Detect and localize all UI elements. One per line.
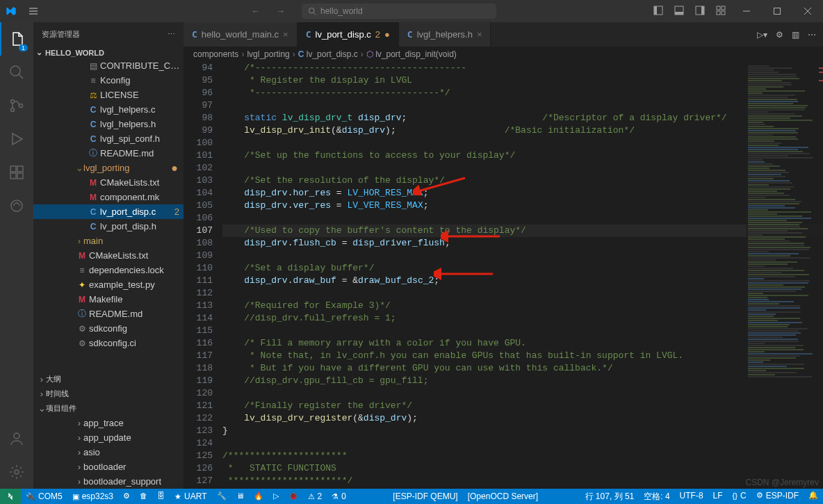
section-大纲[interactable]: ›大纲: [33, 372, 184, 387]
code-content[interactable]: /*--------------------------------------…: [222, 62, 823, 489]
explorer-sidebar: 资源管理器 ⋯ ⌄ HELLO_WORLD ▤CONTRIBUTE_CONTRO…: [33, 22, 184, 489]
file-dependencies.lock[interactable]: ≡dependencies.lock: [33, 263, 184, 277]
status-[ESP-IDF QEMU][interactable]: [ESP-IDF QEMU]: [388, 491, 462, 501]
status-UTF-8[interactable]: UTF-8: [675, 491, 708, 501]
status-ESP-IDF[interactable]: ⚙ESP-IDF: [751, 491, 804, 501]
file-example_test.py[interactable]: ✦example_test.py: [33, 277, 184, 292]
breadcrumb-components[interactable]: components: [193, 49, 238, 59]
section-项目组件[interactable]: ⌄项目组件: [33, 401, 184, 416]
file-CMakeLists.txt[interactable]: MCMakeLists.txt: [33, 248, 184, 263]
file-Makefile[interactable]: MMakefile: [33, 292, 184, 307]
espressif-tab[interactable]: [0, 189, 33, 222]
vscode-icon: [0, 6, 22, 17]
sidebar-more-icon[interactable]: ⋯: [168, 30, 175, 39]
svg-rect-24: [17, 173, 23, 179]
gear-icon[interactable]: ⚙: [776, 30, 783, 40]
watermark: CSDN @Jeremyrev: [745, 478, 819, 487]
status-esp32s3[interactable]: ▣esp32s3: [67, 491, 118, 501]
status-COM5[interactable]: 🔌COM5: [21, 491, 67, 501]
file-lvgl_spi_conf.h[interactable]: Clvgl_spi_conf.h: [33, 131, 184, 146]
component-app_trace[interactable]: ›app_trace: [33, 416, 184, 430]
status-wrench[interactable]: 🔧: [212, 491, 231, 501]
source-control-tab[interactable]: [0, 89, 33, 122]
file-component.mk[interactable]: Mcomponent.mk: [33, 190, 184, 204]
minimap[interactable]: [747, 62, 823, 489]
project-root[interactable]: ⌄ HELLO_WORLD: [33, 47, 184, 58]
sidebar-title: 资源管理器: [42, 29, 80, 40]
file-CMakeLists.txt[interactable]: MCMakeLists.txt: [33, 175, 184, 190]
section-时间线[interactable]: ›时间线: [33, 387, 184, 401]
explorer-tab[interactable]: 1: [0, 22, 33, 56]
nav-forward-button[interactable]: →: [271, 3, 291, 19]
file-README.md[interactable]: ⓘREADME.md: [33, 307, 184, 321]
svg-point-19: [11, 108, 15, 112]
layout-toggle-2[interactable]: [669, 1, 690, 22]
status-空格: 4[interactable]: 空格: 4: [639, 491, 674, 503]
status-2[interactable]: ⚠2: [303, 491, 327, 501]
run-debug-tab[interactable]: [0, 122, 33, 156]
svg-rect-22: [17, 166, 23, 172]
code-area[interactable]: 9495969798991001011021031041051061071081…: [184, 62, 823, 489]
svg-point-26: [15, 470, 19, 474]
svg-rect-13: [774, 8, 781, 15]
file-Kconfig[interactable]: ≡Kconfig: [33, 73, 184, 88]
status-flame[interactable]: 🔥: [249, 491, 268, 501]
status-bar: 🔌COM5▣esp32s3⚙🗑🗄★UART🔧🖥🔥▷🐞⚠2⚗0 [ESP-IDF …: [0, 489, 823, 504]
status-gear[interactable]: ⚙: [118, 491, 135, 501]
file-lv_port_disp.h[interactable]: Clv_port_disp.h: [33, 219, 184, 234]
tab-hello_world_main.c[interactable]: Chello_world_main.c×: [184, 22, 298, 47]
file-lvgl_helpers.c[interactable]: Clvgl_helpers.c: [33, 102, 184, 117]
command-search[interactable]: hello_world: [302, 3, 496, 19]
folder-lvgl_porting[interactable]: ⌄lvgl_porting●: [33, 161, 184, 175]
status-monitor[interactable]: 🖥: [231, 491, 249, 500]
component-bootloader[interactable]: ›bootloader: [33, 460, 184, 474]
svg-line-17: [19, 74, 23, 79]
status-C[interactable]: {}C: [728, 491, 751, 501]
layout-toggle-1[interactable]: [648, 1, 669, 22]
status-0[interactable]: ⚗0: [327, 491, 351, 501]
status-bell[interactable]: 🔔: [804, 491, 823, 500]
component-asio[interactable]: ›asio: [33, 445, 184, 460]
status-UART[interactable]: ★UART: [170, 491, 211, 501]
file-sdkconfig[interactable]: ⚙sdkconfig: [33, 321, 184, 336]
file-sdkconfig.ci[interactable]: ⚙sdkconfig.ci: [33, 336, 184, 350]
file-README.md[interactable]: ⓘREADME.md: [33, 146, 184, 161]
breadcrumb-lv_port_disp.c[interactable]: C lv_port_disp.c: [298, 49, 358, 59]
file-lv_port_disp.c[interactable]: Clv_port_disp.c2: [33, 204, 184, 219]
layout-toggle-3[interactable]: [690, 1, 710, 22]
status-db[interactable]: 🗄: [152, 491, 170, 500]
file-LICENSE[interactable]: ⚖LICENSE: [33, 88, 184, 102]
search-tab[interactable]: [0, 56, 33, 89]
window-close[interactable]: [792, 0, 823, 22]
folder-main[interactable]: ›main: [33, 234, 184, 248]
status-run[interactable]: ▷: [268, 491, 284, 501]
run-icon[interactable]: ▷▾: [757, 30, 767, 40]
breadcrumb[interactable]: components›lvgl_porting›C lv_port_disp.c…: [184, 47, 823, 62]
main-menu-button[interactable]: [22, 6, 44, 17]
accounts-button[interactable]: [0, 422, 33, 455]
more-icon[interactable]: ⋯: [808, 30, 816, 40]
window-maximize[interactable]: [762, 0, 792, 22]
file-CONTRIBUTE_CONTROLLER_S...[interactable]: ▤CONTRIBUTE_CONTROLLER_S...: [33, 58, 184, 73]
nav-back-button[interactable]: ←: [246, 3, 266, 19]
status-行 107, 列 51[interactable]: 行 107, 列 51: [580, 491, 639, 503]
breadcrumb-lv_port_disp_init(void)[interactable]: ⬡ lv_port_disp_init(void): [366, 49, 457, 59]
tab-lv_port_disp.c[interactable]: Clv_port_disp.c2●: [298, 22, 399, 47]
status-bug[interactable]: 🐞: [284, 491, 303, 501]
status-LF[interactable]: LF: [708, 491, 728, 501]
svg-rect-9: [722, 6, 725, 10]
tab-lvgl_helpers.h[interactable]: Clvgl_helpers.h×: [399, 22, 491, 47]
extensions-tab[interactable]: [0, 156, 33, 189]
remote-button[interactable]: [0, 489, 21, 504]
svg-point-20: [19, 104, 23, 108]
breadcrumb-lvgl_porting[interactable]: lvgl_porting: [247, 49, 289, 59]
layout-customize[interactable]: [710, 1, 731, 22]
split-icon[interactable]: ▥: [792, 30, 799, 40]
component-app_update[interactable]: ›app_update: [33, 430, 184, 445]
status-[OpenOCD Server][interactable]: [OpenOCD Server]: [463, 491, 543, 501]
component-bootloader_support[interactable]: ›bootloader_support: [33, 474, 184, 489]
file-lvgl_helpers.h[interactable]: Clvgl_helpers.h: [33, 117, 184, 131]
status-trash[interactable]: 🗑: [135, 491, 152, 500]
window-minimize[interactable]: [731, 0, 762, 22]
settings-button[interactable]: [0, 455, 33, 489]
